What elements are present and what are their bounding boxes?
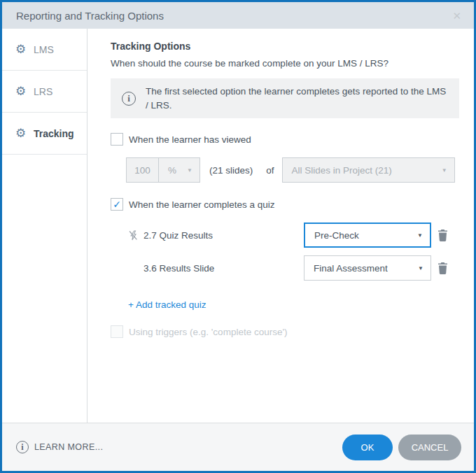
triggers-checkbox-label: Using triggers (e.g. 'complete course'): [129, 327, 288, 337]
sidebar: ⚙ LMS ⚙ LRS ⚙ Tracking: [2, 29, 88, 423]
viewed-option-row: When the learner has viewed: [111, 133, 474, 146]
gear-icon: ⚙: [15, 43, 34, 55]
slides-scope-select[interactable]: All Slides in Project (21) ▼: [282, 157, 455, 183]
quiz-option-row: ✓ When the learner completes a quiz: [111, 198, 474, 211]
sidebar-item-label: LRS: [34, 86, 52, 97]
footer: i LEARN MORE... OK CANCEL: [2, 423, 474, 471]
quiz-slide-label: 3.6 Results Slide: [144, 263, 304, 274]
info-banner: i The first selected option the learner …: [111, 78, 459, 118]
slides-scope-value: All Slides in Project (21): [292, 165, 438, 176]
triggers-checkbox[interactable]: [111, 325, 123, 338]
percent-unit-value: %: [168, 165, 183, 176]
quiz-select[interactable]: Final Assessment ▼: [304, 255, 431, 281]
chevron-down-icon: ▼: [187, 167, 192, 174]
panel-question: When should the course be marked complet…: [111, 58, 474, 69]
sidebar-item-tracking[interactable]: ⚙ Tracking: [2, 113, 87, 155]
dialog-body: ⚙ LMS ⚙ LRS ⚙ Tracking Tracking Options …: [2, 29, 474, 423]
cancel-button[interactable]: CANCEL: [398, 435, 461, 460]
info-icon: i: [122, 92, 136, 106]
ok-button[interactable]: OK: [342, 435, 393, 460]
tracking-panel: Tracking Options When should the course …: [88, 29, 474, 423]
titlebar: Reporting and Tracking Options ✕: [2, 2, 474, 29]
slides-count-note: (21 slides): [209, 165, 253, 176]
tracked-quiz-row: 2.7 Quiz Results Pre-Check ▼: [128, 223, 448, 248]
quiz-select-value: Final Assessment: [314, 263, 414, 274]
viewed-checkbox[interactable]: [111, 133, 123, 146]
delete-quiz-button[interactable]: [438, 262, 448, 274]
chevron-down-icon: ▼: [418, 265, 424, 271]
quiz-select[interactable]: Pre-Check ▼: [304, 223, 431, 248]
gear-icon: ⚙: [15, 85, 34, 97]
delete-quiz-button[interactable]: [438, 230, 448, 241]
tracked-quiz-row: 3.6 Results Slide Final Assessment ▼: [128, 255, 448, 281]
learn-more-label: LEARN MORE...: [34, 442, 103, 452]
chevron-down-icon: ▼: [442, 167, 447, 174]
reporting-tracking-dialog: Reporting and Tracking Options ✕ ⚙ LMS ⚙…: [0, 0, 476, 473]
tracked-quiz-list: 2.7 Quiz Results Pre-Check ▼ 3.6 Res: [128, 223, 448, 281]
viewed-controls: % ▼ (21 slides) of All Slides in Project…: [126, 157, 474, 183]
quiz-checkbox-label: When the learner completes a quiz: [129, 199, 275, 210]
triggers-option-row: Using triggers (e.g. 'complete course'): [111, 325, 474, 338]
info-icon: i: [16, 441, 29, 453]
sidebar-item-lrs[interactable]: ⚙ LRS: [2, 71, 87, 113]
quiz-slide-label: 2.7 Quiz Results: [144, 230, 304, 241]
viewed-checkbox-label: When the learner has viewed: [129, 134, 251, 145]
close-icon[interactable]: ✕: [452, 10, 461, 21]
dialog-title: Reporting and Tracking Options: [16, 10, 452, 22]
sidebar-item-label: Tracking: [34, 128, 74, 139]
add-tracked-quiz-link[interactable]: + Add tracked quiz: [128, 299, 206, 310]
checkmark-icon: ✓: [113, 199, 121, 209]
sidebar-item-label: LMS: [34, 44, 54, 55]
percent-unit-select[interactable]: % ▼: [158, 157, 200, 183]
quiz-select-value: Pre-Check: [314, 230, 413, 241]
quiz-checkbox[interactable]: ✓: [111, 198, 123, 211]
info-banner-text: The first selected option the learner co…: [146, 85, 448, 112]
chevron-down-icon: ▼: [417, 232, 423, 239]
learn-more-link[interactable]: i LEARN MORE...: [16, 441, 337, 453]
sidebar-item-lms[interactable]: ⚙ LMS: [2, 29, 87, 71]
of-label: of: [266, 165, 274, 176]
gear-icon: ⚙: [15, 127, 34, 139]
no-trigger-icon: [128, 230, 144, 241]
panel-title: Tracking Options: [111, 41, 474, 52]
percent-input[interactable]: [126, 157, 159, 183]
